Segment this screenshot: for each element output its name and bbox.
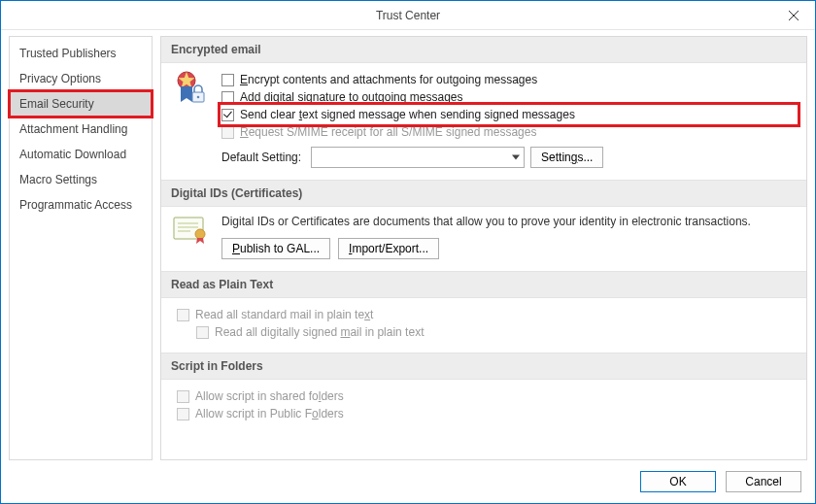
section-header-script-folders: Script in Folders (161, 353, 806, 380)
settings-panel: Encrypted email Encrypt conten (160, 36, 807, 460)
checkbox-icon (196, 326, 209, 339)
digital-ids-description: Digital IDs or Certificates are document… (221, 215, 797, 232)
section-plain-text: Read all standard mail in plain text Rea… (161, 298, 806, 353)
dialog-body: Trusted PublishersPrivacy OptionsEmail S… (1, 30, 815, 460)
checkbox-label: Add digital signature to outgoing messag… (240, 90, 462, 104)
checkbox-read-standard-plain: Read all standard mail in plain text (177, 306, 797, 323)
nav-item-macro-settings[interactable]: Macro Settings (10, 167, 152, 192)
checkbox-encrypt-contents[interactable]: Encrypt contents and attachments for out… (221, 71, 797, 88)
section-encrypted-email: Encrypt contents and attachments for out… (161, 63, 806, 180)
checkbox-icon (177, 390, 189, 403)
trust-center-window: Trust Center Trusted PublishersPrivacy O… (0, 0, 816, 504)
checkbox-icon (221, 91, 234, 104)
encrypted-email-options: Encrypt contents and attachments for out… (221, 71, 797, 168)
ok-button[interactable]: OK (640, 471, 716, 492)
checkbox-label: Read all standard mail in plain text (195, 308, 373, 321)
close-icon (789, 11, 799, 20)
svg-point-4 (197, 96, 200, 99)
nav-item-email-security[interactable]: Email Security (10, 91, 152, 117)
checkbox-label: Allow script in shared folders (195, 389, 344, 403)
checkbox-script-shared: Allow script in shared folders (177, 387, 797, 405)
default-setting-combo[interactable] (311, 147, 525, 168)
digital-ids-content: Digital IDs or Certificates are document… (221, 215, 797, 259)
section-header-digital-ids: Digital IDs (Certificates) (161, 180, 806, 207)
checkbox-icon (177, 408, 189, 420)
checkbox-icon (221, 109, 234, 121)
import-export-button[interactable]: Import/Export... (338, 238, 439, 259)
nav-item-trusted-publishers[interactable]: Trusted Publishers (10, 41, 152, 66)
nav-item-programmatic-access[interactable]: Programmatic Access (10, 192, 152, 218)
section-header-encrypted-email: Encrypted email (161, 37, 806, 63)
checkbox-label: Read all digitally signed mail in plain … (215, 325, 424, 339)
checkbox-read-signed-plain: Read all digitally signed mail in plain … (177, 323, 797, 341)
checkbox-label: Request S/MIME receipt for all S/MIME si… (240, 125, 536, 139)
checkbox-label: Encrypt contents and attachments for out… (240, 73, 537, 86)
nav-item-attachment-handling[interactable]: Attachment Handling (10, 117, 152, 142)
section-script-folders: Allow script in shared folders Allow scr… (161, 380, 806, 434)
checkbox-icon (221, 74, 234, 86)
close-button[interactable] (771, 1, 815, 30)
checkbox-label: Send clear text signed message when send… (240, 108, 575, 121)
checkbox-icon (221, 126, 234, 139)
checkbox-add-signature[interactable]: Add digital signature to outgoing messag… (221, 88, 797, 106)
checkbox-script-public: Allow script in Public Folders (177, 405, 797, 422)
svg-point-9 (195, 229, 205, 239)
checkbox-label: Allow script in Public Folders (195, 407, 344, 420)
default-setting-row: Default Setting: Settings... (221, 147, 797, 168)
default-setting-label: Default Setting: (221, 151, 301, 164)
certificate-icon (171, 215, 210, 259)
ribbon-lock-icon (171, 71, 210, 168)
settings-button[interactable]: Settings... (530, 147, 603, 168)
category-nav: Trusted PublishersPrivacy OptionsEmail S… (9, 36, 153, 460)
cancel-button[interactable]: Cancel (726, 471, 801, 492)
section-digital-ids: Digital IDs or Certificates are document… (161, 207, 806, 271)
chevron-down-icon (512, 155, 520, 160)
checkbox-clear-text-signed[interactable]: Send clear text signed message when send… (221, 106, 797, 123)
nav-item-automatic-download[interactable]: Automatic Download (10, 142, 152, 167)
publish-to-gal-button[interactable]: Publish to GAL... (221, 238, 330, 259)
titlebar: Trust Center (1, 1, 815, 30)
window-title: Trust Center (376, 9, 440, 22)
section-header-plain-text: Read as Plain Text (161, 271, 806, 298)
nav-item-privacy-options[interactable]: Privacy Options (10, 66, 152, 91)
checkbox-smime-receipt: Request S/MIME receipt for all S/MIME si… (221, 123, 797, 141)
dialog-footer: OK Cancel (1, 460, 815, 503)
checkbox-icon (177, 309, 189, 321)
